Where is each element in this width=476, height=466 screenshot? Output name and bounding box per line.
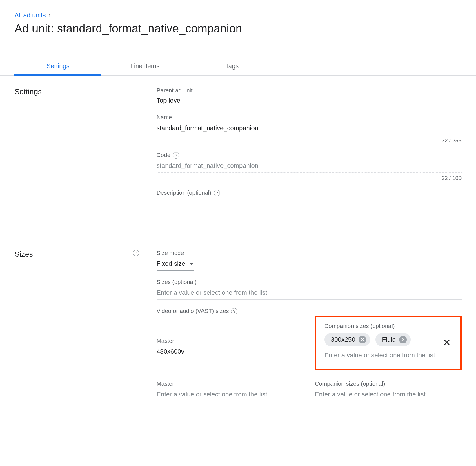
name-counter: 32 / 255 <box>157 137 462 144</box>
companion-label: Companion sizes (optional) <box>324 323 436 330</box>
code-label: Code ? <box>157 152 462 159</box>
code-counter: 32 / 100 <box>157 175 462 181</box>
code-input: standard_format_native_companion <box>157 160 462 173</box>
companion-highlight: Companion sizes (optional) 300x250 ✕ Flu… <box>315 316 462 370</box>
sizes-optional-label: Sizes (optional) <box>157 279 462 285</box>
help-icon[interactable]: ? <box>231 308 237 314</box>
help-icon[interactable]: ? <box>133 250 139 256</box>
page-title: Ad unit: standard_format_native_companio… <box>14 22 462 35</box>
size-mode-label: Size mode <box>157 250 462 256</box>
size-mode-dropdown[interactable]: Fixed size <box>157 258 194 271</box>
description-label: Description (optional) ? <box>157 190 462 196</box>
chip-fluid: Fluid ✕ <box>375 333 411 346</box>
section-sizes: Sizes ? Size mode Fixed size Sizes (opti… <box>0 238 476 416</box>
vast-label: Video or audio (VAST) sizes ? <box>157 308 462 314</box>
tab-tags[interactable]: Tags <box>188 58 275 75</box>
companion-input-2[interactable]: Enter a value or select one from the lis… <box>315 388 462 401</box>
help-icon[interactable]: ? <box>173 152 179 159</box>
tabs: Settings Line items Tags <box>0 58 476 76</box>
master-label: Master <box>157 338 303 344</box>
section-settings: Settings Parent ad unit Top level Name s… <box>0 76 476 238</box>
help-icon[interactable]: ? <box>214 190 220 196</box>
chip-remove-icon[interactable]: ✕ <box>359 336 366 343</box>
companion-label-2: Companion sizes (optional) <box>315 381 462 387</box>
chevron-right-icon <box>48 12 51 19</box>
chip-remove-icon[interactable]: ✕ <box>399 336 407 343</box>
companion-input[interactable]: Enter a value or select one from the lis… <box>324 350 436 362</box>
master-input[interactable]: 480x600v <box>157 345 303 358</box>
close-icon[interactable]: ✕ <box>442 337 452 348</box>
settings-heading: Settings <box>14 87 42 96</box>
name-input[interactable]: standard_format_native_companion <box>157 122 462 135</box>
tab-settings[interactable]: Settings <box>14 58 101 76</box>
tab-line-items[interactable]: Line items <box>101 58 188 75</box>
sizes-input[interactable]: Enter a value or select one from the lis… <box>157 287 462 300</box>
parent-value: Top level <box>157 95 462 106</box>
caret-down-icon <box>189 263 194 265</box>
name-label: Name <box>157 114 462 121</box>
breadcrumb: All ad units <box>14 12 462 19</box>
master-label-2: Master <box>157 381 303 387</box>
sizes-heading: Sizes <box>14 250 33 259</box>
parent-label: Parent ad unit <box>157 87 462 94</box>
breadcrumb-all-units[interactable]: All ad units <box>14 12 46 19</box>
chip-300x250: 300x250 ✕ <box>324 333 370 346</box>
description-input[interactable] <box>157 198 462 215</box>
master-input-2[interactable]: Enter a value or select one from the lis… <box>157 388 303 401</box>
